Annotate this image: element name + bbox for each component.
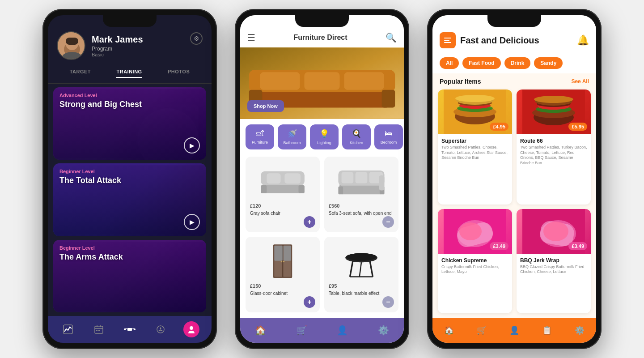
item-name-3: Table, black marble effect <box>329 290 394 296</box>
notch-1 <box>103 15 157 27</box>
furniture-app: ☰ Furniture Direct 🔍 <box>240 15 404 343</box>
tab-photos[interactable]: PHOTOS <box>168 69 190 78</box>
item-name-1: Sofa 3-seat sofa, with open end <box>329 210 394 216</box>
kitchen-label: Kitchen <box>350 141 363 145</box>
furniture-screen: ☰ Furniture Direct 🔍 <box>240 15 404 343</box>
furniture-grid: £120 Gray sofa chair + <box>240 155 404 318</box>
category-bathroom[interactable]: 🚿 Bathroom <box>278 124 306 149</box>
fitness-app: Mark James Program Basic ⚙ TARGET TRAINI… <box>48 15 212 343</box>
bedroom-icon: 🛏 <box>385 129 393 138</box>
workout-card-1[interactable]: Beginner Level The Total Attack ▶ <box>53 163 206 236</box>
fitness-bottom-nav <box>48 316 212 343</box>
item-name-2: Glass-door cabinet <box>250 290 315 296</box>
card-content-2: Beginner Level The Arms Attack <box>53 240 206 312</box>
svg-line-56 <box>370 260 373 277</box>
food-nav-home[interactable]: 🏠 <box>444 325 454 335</box>
item-price-2: £150 <box>250 283 315 289</box>
item-img-1 <box>329 161 394 201</box>
furniture-hero: Shop Now <box>240 47 404 119</box>
notification-bell-icon[interactable]: 🔔 <box>577 34 589 46</box>
food-nav-cart[interactable]: 🛒 <box>477 325 487 335</box>
svg-point-83 <box>459 222 482 240</box>
nav-stats-icon[interactable] <box>60 321 76 337</box>
workout-level-0: Advanced Level <box>59 93 200 98</box>
bathroom-icon: 🚿 <box>287 129 297 139</box>
nav-profile-icon[interactable] <box>183 321 199 337</box>
furniture-icon: 🛋 <box>256 129 264 138</box>
category-bedroom[interactable]: 🛏 Bedroom <box>374 124 403 149</box>
food-item-info-0: Superstar Two Smashed Patties, Choose, T… <box>438 134 512 164</box>
workout-card-2[interactable]: Beginner Level The Arms Attack <box>53 240 206 312</box>
item-action-1[interactable]: − <box>382 216 394 228</box>
category-kitchen[interactable]: 🍳 Kitchen <box>342 124 371 149</box>
furniture-app-title: Furniture Direct <box>293 34 347 42</box>
food-app: Fast and Delicious 🔔 All Fast Food Drink… <box>432 15 596 343</box>
see-all-button[interactable]: See All <box>571 78 589 85</box>
nav-calendar-icon[interactable] <box>91 321 107 337</box>
food-item-0[interactable]: £4.95 Superstar Two Smashed Patties, Cho… <box>438 90 512 205</box>
popular-title: Popular Items <box>440 78 481 85</box>
settings-icon[interactable]: ⚙ <box>190 32 203 45</box>
tab-target[interactable]: TARGET <box>70 69 91 78</box>
furn-nav-home[interactable]: 🏠 <box>255 325 266 336</box>
food-cat-all[interactable]: All <box>440 57 459 69</box>
lighting-icon: 💡 <box>319 129 329 139</box>
food-nav-menu[interactable]: 📋 <box>542 325 552 335</box>
kitchen-icon: 🍳 <box>352 129 361 139</box>
workout-title-0: Strong and Big Chest <box>59 100 200 109</box>
item-name-0: Gray sofa chair <box>250 210 315 216</box>
phones-container: Mark James Program Basic ⚙ TARGET TRAINI… <box>0 9 644 349</box>
food-item-price-3: £3.49 <box>568 242 587 250</box>
item-action-3[interactable]: − <box>382 296 394 308</box>
nav-workout-icon[interactable] <box>122 321 138 337</box>
food-nav-settings[interactable]: ⚙️ <box>575 325 585 335</box>
category-lighting[interactable]: 💡 Lighting <box>310 124 339 149</box>
svg-point-60 <box>346 253 377 260</box>
item-action-0[interactable]: + <box>304 216 315 228</box>
svg-rect-16 <box>98 330 100 331</box>
food-cat-sandy[interactable]: Sandy <box>534 57 563 69</box>
user-name: Mark James <box>92 34 203 45</box>
food-cat-fastfood[interactable]: Fast Food <box>462 57 500 69</box>
food-cat-drink[interactable]: Drink <box>504 57 531 69</box>
menu-icon[interactable]: ☰ <box>247 32 255 43</box>
food-item-img-3: £3.49 <box>517 209 591 254</box>
food-categories: All Fast Food Drink Sandy <box>432 53 596 73</box>
program-label: Program <box>92 46 203 52</box>
fitness-user-info: Mark James Program Basic <box>92 34 203 57</box>
tab-training[interactable]: TRAINING <box>116 69 142 78</box>
svg-rect-29 <box>260 72 300 90</box>
search-icon[interactable]: 🔍 <box>386 32 397 43</box>
furniture-item-1: £560 Sofa 3-seat sofa, with open end − <box>324 157 398 232</box>
furn-nav-settings[interactable]: ⚙️ <box>378 325 389 336</box>
play-button-0[interactable]: ▶ <box>184 137 200 153</box>
furn-nav-profile[interactable]: 👤 <box>337 325 348 336</box>
food-item-name-3: BBQ Jerk Wrap <box>520 257 587 264</box>
svg-rect-63 <box>444 42 451 43</box>
food-item-1[interactable]: £5.95 Route 66 Two Smashed Patties, Turk… <box>517 90 591 205</box>
svg-rect-36 <box>267 173 280 183</box>
food-phone-screen: Fast and Delicious 🔔 All Fast Food Drink… <box>432 15 596 343</box>
svg-rect-62 <box>444 40 449 41</box>
food-item-name-0: Superstar <box>441 138 508 144</box>
workout-level-2: Beginner Level <box>59 245 200 251</box>
food-item-desc-2: Crispy Buttermilk Fried Chicken, Lettuce… <box>441 264 508 275</box>
food-nav-profile[interactable]: 👤 <box>509 325 519 335</box>
food-item-2[interactable]: £3.49 Chicken Supreme Crispy Buttermilk … <box>438 209 512 313</box>
food-logo-icon <box>440 32 456 48</box>
furniture-categories: 🛋 Furniture 🚿 Bathroom 💡 Lighting 🍳 Kitc… <box>240 119 404 155</box>
nav-diet-icon[interactable] <box>153 321 169 337</box>
svg-rect-35 <box>299 185 305 193</box>
item-action-2[interactable]: + <box>304 296 315 308</box>
food-bottom-nav: 🏠 🛒 👤 📋 ⚙️ <box>432 318 596 343</box>
svg-rect-3 <box>66 38 78 45</box>
food-item-3[interactable]: £3.49 BBQ Jerk Wrap BBQ Glazed Crispy Bu… <box>517 209 591 313</box>
workout-card-0[interactable]: Advanced Level Strong and Big Chest ▶ <box>53 87 206 160</box>
svg-rect-42 <box>342 172 354 183</box>
food-item-price-2: £3.49 <box>490 242 508 250</box>
svg-rect-15 <box>96 330 97 331</box>
category-furniture[interactable]: 🛋 Furniture <box>246 124 274 149</box>
shop-now-button[interactable]: Shop Now <box>247 100 284 112</box>
play-button-1[interactable]: ▶ <box>184 214 200 230</box>
furn-nav-cart[interactable]: 🛒 <box>296 325 307 336</box>
